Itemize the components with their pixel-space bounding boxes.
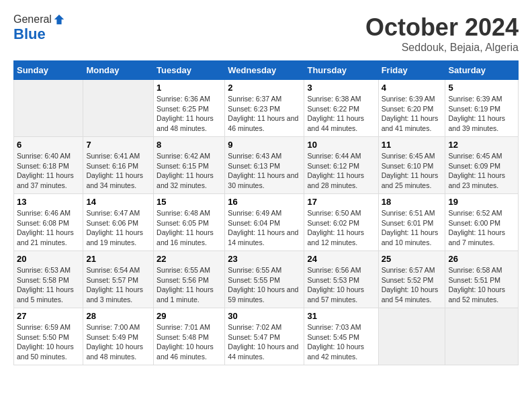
day-number: 29	[157, 311, 222, 321]
day-number: 15	[157, 197, 222, 207]
day-info: Sunrise: 7:00 AMSunset: 5:49 PMDaylight:…	[86, 322, 150, 362]
day-number: 21	[86, 254, 150, 264]
day-number: 4	[382, 83, 443, 93]
day-info: Sunrise: 6:54 AMSunset: 5:57 PMDaylight:…	[86, 265, 150, 305]
day-number: 17	[307, 197, 375, 207]
day-number: 10	[307, 140, 375, 150]
day-number: 26	[448, 254, 515, 264]
calendar-cell: 31Sunrise: 7:03 AMSunset: 5:45 PMDayligh…	[304, 308, 378, 365]
calendar-cell: 17Sunrise: 6:50 AMSunset: 6:02 PMDayligh…	[304, 194, 378, 251]
day-info: Sunrise: 7:02 AMSunset: 5:47 PMDaylight:…	[228, 322, 301, 362]
day-number: 8	[157, 140, 222, 150]
day-info: Sunrise: 6:57 AMSunset: 5:52 PMDaylight:…	[382, 265, 443, 305]
day-info: Sunrise: 6:45 AMSunset: 6:09 PMDaylight:…	[448, 151, 515, 191]
calendar-cell	[378, 308, 445, 365]
day-number: 18	[382, 197, 443, 207]
calendar-cell: 7Sunrise: 6:41 AMSunset: 6:16 PMDaylight…	[83, 137, 154, 194]
day-info: Sunrise: 6:45 AMSunset: 6:10 PMDaylight:…	[382, 151, 443, 191]
day-info: Sunrise: 6:39 AMSunset: 6:19 PMDaylight:…	[448, 94, 515, 134]
day-number: 25	[382, 254, 443, 264]
calendar-cell: 26Sunrise: 6:58 AMSunset: 5:51 PMDayligh…	[445, 251, 519, 308]
day-info: Sunrise: 6:48 AMSunset: 6:05 PMDaylight:…	[157, 208, 222, 248]
day-info: Sunrise: 6:59 AMSunset: 5:50 PMDaylight:…	[17, 322, 80, 362]
day-info: Sunrise: 6:38 AMSunset: 6:22 PMDaylight:…	[307, 94, 375, 134]
calendar-cell: 28Sunrise: 7:00 AMSunset: 5:49 PMDayligh…	[83, 308, 154, 365]
day-number: 13	[17, 197, 80, 207]
header-monday: Monday	[83, 61, 154, 80]
calendar-header-row: SundayMondayTuesdayWednesdayThursdayFrid…	[14, 61, 519, 80]
header-friday: Friday	[378, 61, 445, 80]
day-info: Sunrise: 6:56 AMSunset: 5:53 PMDaylight:…	[307, 265, 375, 305]
day-number: 19	[448, 197, 515, 207]
day-number: 1	[157, 83, 222, 93]
calendar-cell: 13Sunrise: 6:46 AMSunset: 6:08 PMDayligh…	[14, 194, 83, 251]
calendar-cell: 24Sunrise: 6:56 AMSunset: 5:53 PMDayligh…	[304, 251, 378, 308]
day-info: Sunrise: 6:40 AMSunset: 6:18 PMDaylight:…	[17, 151, 80, 191]
day-info: Sunrise: 6:55 AMSunset: 5:56 PMDaylight:…	[157, 265, 222, 305]
calendar-cell: 22Sunrise: 6:55 AMSunset: 5:56 PMDayligh…	[154, 251, 225, 308]
calendar-cell: 2Sunrise: 6:37 AMSunset: 6:23 PMDaylight…	[225, 80, 304, 137]
day-info: Sunrise: 7:03 AMSunset: 5:45 PMDaylight:…	[307, 322, 375, 362]
day-number: 30	[228, 311, 301, 321]
day-number: 9	[228, 140, 301, 150]
day-info: Sunrise: 6:52 AMSunset: 6:00 PMDaylight:…	[448, 208, 515, 248]
day-info: Sunrise: 6:41 AMSunset: 6:16 PMDaylight:…	[86, 151, 150, 191]
calendar-cell: 20Sunrise: 6:53 AMSunset: 5:58 PMDayligh…	[14, 251, 83, 308]
logo-icon	[53, 13, 65, 26]
calendar-cell: 12Sunrise: 6:45 AMSunset: 6:09 PMDayligh…	[445, 137, 519, 194]
calendar-cell: 21Sunrise: 6:54 AMSunset: 5:57 PMDayligh…	[83, 251, 154, 308]
logo-general: General	[13, 13, 52, 26]
header-tuesday: Tuesday	[154, 61, 225, 80]
calendar-cell: 25Sunrise: 6:57 AMSunset: 5:52 PMDayligh…	[378, 251, 445, 308]
calendar-cell	[83, 80, 154, 137]
calendar-week-row: 27Sunrise: 6:59 AMSunset: 5:50 PMDayligh…	[14, 308, 519, 365]
calendar-cell: 27Sunrise: 6:59 AMSunset: 5:50 PMDayligh…	[14, 308, 83, 365]
calendar-cell: 3Sunrise: 6:38 AMSunset: 6:22 PMDaylight…	[304, 80, 378, 137]
day-number: 28	[86, 311, 150, 321]
calendar-cell: 14Sunrise: 6:47 AMSunset: 6:06 PMDayligh…	[83, 194, 154, 251]
title-section: October 2024 Seddouk, Bejaia, Algeria	[365, 13, 519, 54]
day-number: 6	[17, 140, 80, 150]
day-info: Sunrise: 6:51 AMSunset: 6:01 PMDaylight:…	[382, 208, 443, 248]
calendar-cell: 6Sunrise: 6:40 AMSunset: 6:18 PMDaylight…	[14, 137, 83, 194]
calendar-week-row: 13Sunrise: 6:46 AMSunset: 6:08 PMDayligh…	[14, 194, 519, 251]
calendar-cell: 18Sunrise: 6:51 AMSunset: 6:01 PMDayligh…	[378, 194, 445, 251]
day-number: 3	[307, 83, 375, 93]
day-info: Sunrise: 7:01 AMSunset: 5:48 PMDaylight:…	[157, 322, 222, 362]
logo-blue: Blue	[13, 26, 65, 43]
calendar-cell: 5Sunrise: 6:39 AMSunset: 6:19 PMDaylight…	[445, 80, 519, 137]
calendar-cell: 16Sunrise: 6:49 AMSunset: 6:04 PMDayligh…	[225, 194, 304, 251]
day-number: 11	[382, 140, 443, 150]
header-thursday: Thursday	[304, 61, 378, 80]
calendar-cell: 29Sunrise: 7:01 AMSunset: 5:48 PMDayligh…	[154, 308, 225, 365]
day-info: Sunrise: 6:42 AMSunset: 6:15 PMDaylight:…	[157, 151, 222, 191]
day-info: Sunrise: 6:55 AMSunset: 5:55 PMDaylight:…	[228, 265, 301, 305]
day-info: Sunrise: 6:44 AMSunset: 6:12 PMDaylight:…	[307, 151, 375, 191]
day-number: 24	[307, 254, 375, 264]
logo: General Blue	[13, 13, 65, 43]
day-info: Sunrise: 6:50 AMSunset: 6:02 PMDaylight:…	[307, 208, 375, 248]
day-info: Sunrise: 6:46 AMSunset: 6:08 PMDaylight:…	[17, 208, 80, 248]
day-info: Sunrise: 6:39 AMSunset: 6:20 PMDaylight:…	[382, 94, 443, 134]
day-number: 31	[307, 311, 375, 321]
day-info: Sunrise: 6:58 AMSunset: 5:51 PMDaylight:…	[448, 265, 515, 305]
calendar-cell: 11Sunrise: 6:45 AMSunset: 6:10 PMDayligh…	[378, 137, 445, 194]
day-number: 7	[86, 140, 150, 150]
location: Seddouk, Bejaia, Algeria	[365, 42, 519, 54]
day-number: 22	[157, 254, 222, 264]
day-info: Sunrise: 6:36 AMSunset: 6:25 PMDaylight:…	[157, 94, 222, 134]
calendar-cell	[445, 308, 519, 365]
calendar-table: SundayMondayTuesdayWednesdayThursdayFrid…	[13, 60, 519, 365]
day-number: 12	[448, 140, 515, 150]
calendar-cell: 15Sunrise: 6:48 AMSunset: 6:05 PMDayligh…	[154, 194, 225, 251]
day-number: 2	[228, 83, 301, 93]
header-wednesday: Wednesday	[225, 61, 304, 80]
calendar-cell: 19Sunrise: 6:52 AMSunset: 6:00 PMDayligh…	[445, 194, 519, 251]
day-info: Sunrise: 6:53 AMSunset: 5:58 PMDaylight:…	[17, 265, 80, 305]
page-header: General Blue October 2024 Seddouk, Bejai…	[13, 13, 519, 54]
day-number: 14	[86, 197, 150, 207]
calendar-cell: 1Sunrise: 6:36 AMSunset: 6:25 PMDaylight…	[154, 80, 225, 137]
day-info: Sunrise: 6:47 AMSunset: 6:06 PMDaylight:…	[86, 208, 150, 248]
calendar-cell: 30Sunrise: 7:02 AMSunset: 5:47 PMDayligh…	[225, 308, 304, 365]
calendar-cell: 4Sunrise: 6:39 AMSunset: 6:20 PMDaylight…	[378, 80, 445, 137]
